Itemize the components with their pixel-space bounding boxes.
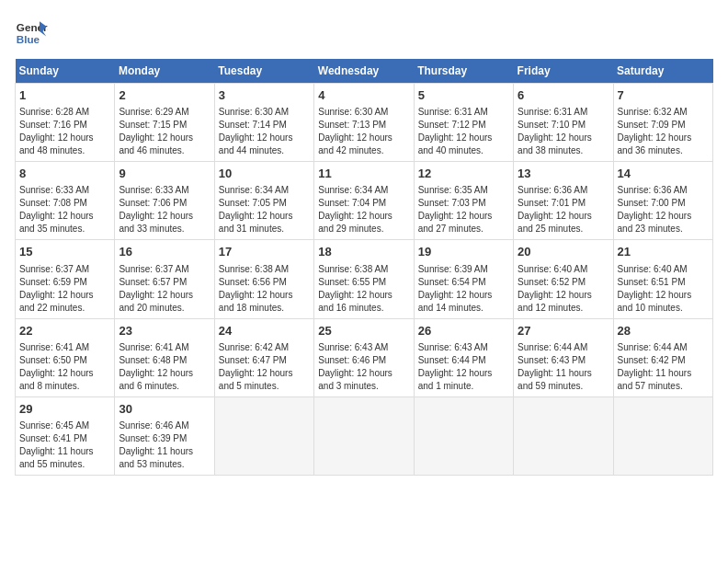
logo: General Blue bbox=[15, 15, 48, 48]
cell-info: Sunrise: 6:40 AM bbox=[618, 263, 709, 276]
cell-info: Daylight: 12 hours bbox=[318, 210, 409, 223]
calendar-table: SundayMondayTuesdayWednesdayThursdayFrid… bbox=[15, 59, 713, 476]
cell-info: Sunrise: 6:44 AM bbox=[618, 341, 709, 354]
day-number: 7 bbox=[618, 87, 709, 104]
cell-info: Sunset: 7:04 PM bbox=[318, 197, 409, 210]
cell-info: Sunset: 7:14 PM bbox=[219, 119, 310, 132]
cell-info: Sunset: 7:12 PM bbox=[418, 119, 509, 132]
day-number: 6 bbox=[518, 87, 609, 104]
cell-info: Sunrise: 6:41 AM bbox=[19, 341, 110, 354]
cell-info: Daylight: 12 hours bbox=[219, 132, 310, 144]
calendar-cell: 13Sunrise: 6:36 AMSunset: 7:01 PMDayligh… bbox=[514, 162, 613, 240]
calendar-cell: 14Sunrise: 6:36 AMSunset: 7:00 PMDayligh… bbox=[613, 162, 712, 240]
cell-info: Sunrise: 6:34 AM bbox=[318, 184, 409, 197]
cell-info: and 40 minutes. bbox=[418, 144, 509, 157]
day-number: 13 bbox=[518, 166, 609, 182]
cell-info: Sunset: 6:47 PM bbox=[219, 354, 310, 367]
cell-info: Daylight: 12 hours bbox=[418, 289, 509, 302]
day-number: 15 bbox=[19, 244, 110, 260]
cell-info: and 46 minutes. bbox=[119, 144, 210, 157]
cell-info: Daylight: 11 hours bbox=[618, 367, 709, 380]
cell-info: Sunset: 6:50 PM bbox=[19, 354, 110, 367]
calendar-cell bbox=[214, 396, 313, 475]
col-header-tuesday: Tuesday bbox=[214, 59, 313, 84]
cell-info: Sunset: 7:03 PM bbox=[418, 197, 509, 210]
cell-info: and 59 minutes. bbox=[518, 380, 609, 393]
cell-info: Daylight: 11 hours bbox=[518, 367, 609, 380]
cell-info: Sunrise: 6:38 AM bbox=[318, 263, 409, 276]
cell-info: Sunset: 7:15 PM bbox=[119, 119, 210, 132]
col-header-monday: Monday bbox=[115, 59, 214, 84]
cell-info: Sunset: 6:44 PM bbox=[418, 354, 509, 367]
cell-info: Sunrise: 6:28 AM bbox=[19, 106, 110, 119]
col-header-wednesday: Wednesday bbox=[314, 59, 414, 84]
day-number: 14 bbox=[618, 166, 709, 182]
cell-info: Sunset: 6:42 PM bbox=[618, 354, 709, 367]
calendar-cell: 11Sunrise: 6:34 AMSunset: 7:04 PMDayligh… bbox=[314, 162, 414, 240]
cell-info: Sunset: 6:48 PM bbox=[119, 354, 210, 367]
day-number: 18 bbox=[318, 244, 409, 260]
cell-info: Daylight: 12 hours bbox=[119, 289, 210, 302]
cell-info: and 27 minutes. bbox=[418, 223, 509, 236]
calendar-cell: 9Sunrise: 6:33 AMSunset: 7:06 PMDaylight… bbox=[115, 162, 214, 240]
cell-info: Sunset: 7:16 PM bbox=[19, 119, 110, 132]
calendar-cell: 18Sunrise: 6:38 AMSunset: 6:55 PMDayligh… bbox=[314, 240, 414, 318]
col-header-thursday: Thursday bbox=[414, 59, 513, 84]
cell-info: and 35 minutes. bbox=[19, 223, 110, 236]
cell-info: Sunset: 6:59 PM bbox=[19, 276, 110, 289]
cell-info: Sunrise: 6:42 AM bbox=[219, 341, 310, 354]
cell-info: Sunrise: 6:35 AM bbox=[418, 184, 509, 197]
cell-info: Sunrise: 6:38 AM bbox=[219, 263, 310, 276]
cell-info: Sunset: 7:00 PM bbox=[618, 197, 709, 210]
day-number: 8 bbox=[19, 166, 110, 182]
col-header-friday: Friday bbox=[514, 59, 613, 84]
calendar-cell: 3Sunrise: 6:30 AMSunset: 7:14 PMDaylight… bbox=[214, 84, 313, 162]
cell-info: and 31 minutes. bbox=[219, 223, 310, 236]
cell-info: Sunset: 7:05 PM bbox=[219, 197, 310, 210]
day-number: 23 bbox=[119, 323, 210, 339]
day-number: 20 bbox=[518, 244, 609, 260]
cell-info: Sunrise: 6:30 AM bbox=[219, 106, 310, 119]
cell-info: Sunset: 6:51 PM bbox=[618, 276, 709, 289]
cell-info: Sunrise: 6:44 AM bbox=[518, 341, 609, 354]
cell-info: Sunrise: 6:36 AM bbox=[518, 184, 609, 197]
cell-info: Daylight: 12 hours bbox=[219, 289, 310, 302]
cell-info: Sunset: 7:10 PM bbox=[518, 119, 609, 132]
week-row-1: 1Sunrise: 6:28 AMSunset: 7:16 PMDaylight… bbox=[16, 84, 713, 162]
cell-info: Sunrise: 6:33 AM bbox=[119, 184, 210, 197]
cell-info: Sunrise: 6:37 AM bbox=[19, 263, 110, 276]
calendar-cell bbox=[613, 396, 712, 475]
day-number: 4 bbox=[318, 87, 409, 104]
cell-info: and 53 minutes. bbox=[119, 458, 210, 471]
calendar-cell: 25Sunrise: 6:43 AMSunset: 6:46 PMDayligh… bbox=[314, 318, 414, 396]
cell-info: Sunrise: 6:39 AM bbox=[418, 263, 509, 276]
calendar-cell: 30Sunrise: 6:46 AMSunset: 6:39 PMDayligh… bbox=[115, 396, 214, 475]
cell-info: and 48 minutes. bbox=[19, 144, 110, 157]
day-number: 21 bbox=[618, 244, 709, 260]
calendar-cell: 28Sunrise: 6:44 AMSunset: 6:42 PMDayligh… bbox=[613, 318, 712, 396]
cell-info: Daylight: 12 hours bbox=[318, 367, 409, 380]
cell-info: Sunset: 7:13 PM bbox=[318, 119, 409, 132]
cell-info: Sunrise: 6:33 AM bbox=[19, 184, 110, 197]
cell-info: Sunrise: 6:37 AM bbox=[119, 263, 210, 276]
calendar-cell: 6Sunrise: 6:31 AMSunset: 7:10 PMDaylight… bbox=[514, 84, 613, 162]
cell-info: and 22 minutes. bbox=[19, 302, 110, 315]
svg-text:Blue: Blue bbox=[17, 33, 40, 45]
week-row-5: 29Sunrise: 6:45 AMSunset: 6:41 PMDayligh… bbox=[16, 396, 713, 475]
col-header-sunday: Sunday bbox=[16, 59, 115, 84]
calendar-cell: 2Sunrise: 6:29 AMSunset: 7:15 PMDaylight… bbox=[115, 84, 214, 162]
cell-info: and 25 minutes. bbox=[518, 223, 609, 236]
cell-info: Daylight: 12 hours bbox=[518, 210, 609, 223]
cell-info: and 1 minute. bbox=[418, 380, 509, 393]
cell-info: Sunrise: 6:31 AM bbox=[518, 106, 609, 119]
cell-info: Daylight: 12 hours bbox=[119, 210, 210, 223]
cell-info: and 44 minutes. bbox=[219, 144, 310, 157]
cell-info: Daylight: 12 hours bbox=[418, 132, 509, 144]
cell-info: Sunrise: 6:31 AM bbox=[418, 106, 509, 119]
cell-info: Sunset: 7:06 PM bbox=[119, 197, 210, 210]
cell-info: Daylight: 12 hours bbox=[219, 210, 310, 223]
cell-info: Daylight: 12 hours bbox=[318, 289, 409, 302]
week-row-2: 8Sunrise: 6:33 AMSunset: 7:08 PMDaylight… bbox=[16, 162, 713, 240]
cell-info: Daylight: 12 hours bbox=[518, 289, 609, 302]
cell-info: Daylight: 11 hours bbox=[119, 445, 210, 458]
